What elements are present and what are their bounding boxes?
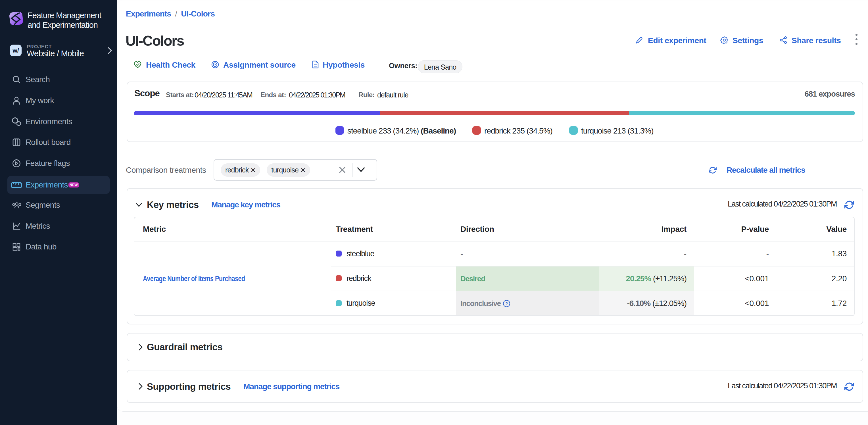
svg-text:?: ? xyxy=(505,301,508,306)
